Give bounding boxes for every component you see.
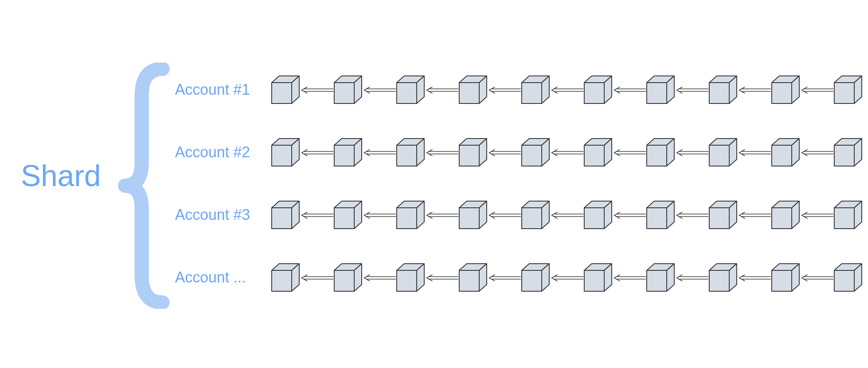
arrow-icon <box>738 275 771 281</box>
block-chain <box>271 138 863 167</box>
svg-marker-169 <box>584 270 604 291</box>
cube-icon <box>333 75 363 104</box>
cube-icon <box>833 200 863 229</box>
cube-icon <box>583 75 613 104</box>
cube-icon <box>646 138 675 167</box>
cube-icon <box>833 75 863 104</box>
svg-marker-189 <box>834 270 854 291</box>
arrow-icon <box>425 87 458 93</box>
arrow-icon <box>550 212 583 219</box>
cube-icon <box>583 138 613 167</box>
cube-icon <box>833 138 863 167</box>
account-row: Account #3 <box>175 200 863 229</box>
cube-icon <box>333 138 363 167</box>
cube-icon <box>583 200 613 229</box>
brace-icon <box>117 63 171 309</box>
svg-marker-136 <box>772 208 792 229</box>
svg-marker-73 <box>584 145 604 166</box>
cube-icon <box>521 75 550 104</box>
shard-diagram: Shard Account #1 Account #2 Account #3 A… <box>0 0 868 368</box>
cube-icon <box>771 200 800 229</box>
svg-marker-25 <box>584 83 604 103</box>
svg-marker-83 <box>709 145 729 166</box>
svg-marker-141 <box>834 208 854 229</box>
cube-icon <box>458 200 488 229</box>
svg-marker-15 <box>459 83 479 103</box>
arrow-icon <box>550 275 583 281</box>
arrow-icon <box>675 149 708 156</box>
arrow-icon <box>488 87 521 93</box>
arrow-icon <box>675 87 708 93</box>
svg-marker-48 <box>272 145 292 166</box>
cube-icon <box>708 138 738 167</box>
svg-marker-58 <box>397 145 417 166</box>
arrow-icon <box>738 212 771 219</box>
svg-marker-30 <box>647 83 667 103</box>
account-label: Account ... <box>175 269 267 286</box>
svg-marker-68 <box>522 145 542 166</box>
svg-marker-126 <box>647 208 667 229</box>
svg-marker-184 <box>772 270 792 291</box>
cube-icon <box>271 263 300 292</box>
cube-icon <box>646 200 675 229</box>
cube-icon <box>396 75 425 104</box>
cube-icon <box>458 263 488 292</box>
arrow-icon <box>613 275 646 281</box>
cube-icon <box>708 200 738 229</box>
arrow-icon <box>613 149 646 156</box>
svg-marker-63 <box>459 145 479 166</box>
arrow-icon <box>488 275 521 281</box>
shard-title: Shard <box>21 159 101 193</box>
svg-marker-0 <box>272 83 292 103</box>
cube-icon <box>333 263 363 292</box>
cube-icon <box>771 263 800 292</box>
cube-icon <box>771 138 800 167</box>
arrow-icon <box>363 212 396 219</box>
svg-marker-53 <box>334 145 354 166</box>
arrow-icon <box>363 149 396 156</box>
arrow-icon <box>300 149 333 156</box>
svg-marker-111 <box>459 208 479 229</box>
cube-icon <box>396 138 425 167</box>
cube-icon <box>521 263 550 292</box>
arrow-icon <box>613 87 646 93</box>
arrow-icon <box>800 87 833 93</box>
cube-icon <box>708 75 738 104</box>
cube-icon <box>583 263 613 292</box>
cube-icon <box>646 75 675 104</box>
arrow-icon <box>425 212 458 219</box>
svg-marker-96 <box>272 208 292 229</box>
svg-marker-78 <box>647 145 667 166</box>
cube-icon <box>271 138 300 167</box>
cube-icon <box>396 263 425 292</box>
svg-marker-164 <box>522 270 542 291</box>
arrow-icon <box>363 87 396 93</box>
svg-marker-149 <box>334 270 354 291</box>
block-chain <box>271 200 863 229</box>
arrow-icon <box>488 149 521 156</box>
block-chain <box>271 263 863 292</box>
svg-marker-40 <box>772 83 792 103</box>
arrow-icon <box>363 275 396 281</box>
arrow-icon <box>738 149 771 156</box>
account-row: Account #1 <box>175 75 863 104</box>
cube-icon <box>708 263 738 292</box>
arrow-icon <box>550 87 583 93</box>
svg-marker-101 <box>334 208 354 229</box>
account-row: Account ... <box>175 263 863 292</box>
cube-icon <box>771 75 800 104</box>
arrow-icon <box>800 149 833 156</box>
svg-marker-88 <box>772 145 792 166</box>
svg-marker-10 <box>397 83 417 103</box>
account-label: Account #2 <box>175 144 267 161</box>
arrow-icon <box>738 87 771 93</box>
cube-icon <box>833 263 863 292</box>
arrow-icon <box>800 275 833 281</box>
account-label: Account #3 <box>175 206 267 224</box>
cube-icon <box>458 75 488 104</box>
svg-marker-144 <box>272 270 292 291</box>
cube-icon <box>646 263 675 292</box>
svg-marker-116 <box>522 208 542 229</box>
cube-icon <box>396 200 425 229</box>
svg-marker-159 <box>459 270 479 291</box>
